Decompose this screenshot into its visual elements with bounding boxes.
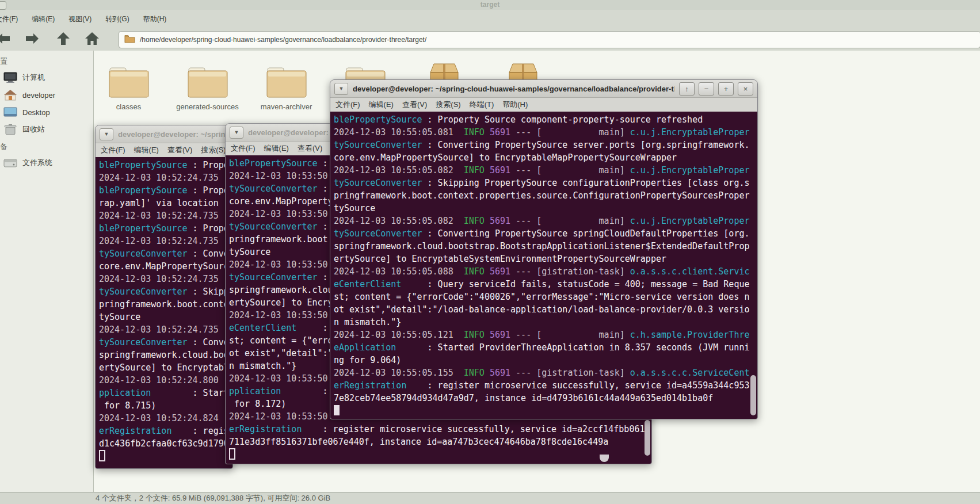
sidebar-item-trash[interactable]: 回收站 — [0, 121, 93, 138]
sidebar-item-label: 回收站 — [22, 124, 45, 135]
folder-icon — [185, 59, 230, 99]
terminal-line: n mismatch."} — [334, 316, 754, 329]
terminal-window-front[interactable]: ▼ developer@developer: ~/spring-cloud-hu… — [330, 79, 758, 419]
computer-icon — [3, 72, 17, 84]
sidebar-devices-header: 设备 — [0, 142, 86, 152]
chevron-down-icon[interactable]: ▼ — [230, 127, 243, 139]
terminal-line: pringframework.boot.conte — [99, 298, 229, 311]
status-bar: 4 个文件夹，2 个文件: 65.9 MiB (69,091,388 字节), … — [0, 492, 980, 504]
terminal-line: blePropertySource : Prope — [99, 159, 229, 171]
sidebar-places-header: 位置 — [0, 56, 86, 67]
terminal-line: 711e3d3ff8516371bfe067e440f, instance id… — [229, 436, 648, 448]
terminal-line: rap.yaml]' via location ' — [99, 197, 229, 209]
terminal-line: eCenterClient : Query serviceId fails, s… — [334, 278, 754, 291]
home-button[interactable] — [84, 32, 100, 48]
terminal-line: 2024-12-03 10:52:24.824 — [99, 412, 229, 425]
terminal-line: ot exist","detail":"/load-balance-applic… — [334, 303, 754, 316]
terminal-line: for 8.715) — [99, 399, 229, 412]
terminal-line: 2024-12-03 10:55:05.088 INFO 5691 --- [g… — [334, 265, 754, 278]
maximize-button[interactable]: + — [718, 82, 734, 96]
terminal-line: tySourceConverter : Conve — [99, 336, 229, 349]
minimize-button[interactable]: − — [699, 82, 714, 96]
menu-item[interactable]: 编辑(E) — [134, 145, 159, 155]
menu-item[interactable]: 查看(V) — [402, 100, 427, 110]
terminal-line: 2024-12-03 10:55:05.082 INFO 5691 --- [ … — [334, 215, 754, 227]
home-icon — [3, 89, 17, 101]
sidebar-item-desktop[interactable]: Desktop — [0, 104, 93, 121]
terminal-titlebar[interactable]: ▼ developer@developer: ~/spring- — [96, 125, 232, 143]
terminal-output[interactable]: blePropertySource : Prope2024-12-03 10:5… — [96, 157, 232, 468]
menu-item[interactable]: 编辑(E) — [369, 100, 394, 110]
menu-item[interactable]: 查看(V) — [167, 145, 192, 155]
scrollbar-thumb[interactable] — [645, 420, 650, 456]
terminal-line: d1c436fb2cfaa0cf63c9d1790 — [99, 437, 229, 450]
menu-item[interactable]: 编辑(E) — [29, 13, 57, 25]
terminal-line: core.env.MapPropertySourc — [99, 260, 229, 273]
menu-item[interactable]: 编辑(E) — [264, 143, 289, 154]
terminal-line: 2024-12-03 10:55:05.081 INFO 5691 --- [ … — [334, 126, 754, 139]
terminal-cursor — [229, 448, 235, 460]
address-bar[interactable]: /home/developer/spring-cloud-huawei-samp… — [119, 31, 980, 48]
up-button[interactable] — [55, 32, 71, 48]
folder-item-classes[interactable]: classes — [89, 59, 168, 111]
terminal-window-back[interactable]: ▼ developer@developer: ~/spring- 文件(F)编辑… — [95, 125, 233, 469]
file-manager-titlebar[interactable]: target — [0, 0, 980, 10]
menu-item[interactable]: 文件(F) — [231, 143, 256, 154]
terminal-menubar: 文件(F)编辑(E)查看(V)搜索(S)终端(T)帮助(H) — [330, 98, 757, 112]
terminal-line: erRegistration : regis — [99, 425, 229, 437]
file-manager-menubar: 文件(F)编辑(E)视图(V)转到(G)帮助(H) — [0, 10, 980, 29]
terminal-output[interactable]: blePropertySource : Property Source comp… — [330, 112, 757, 419]
back-button[interactable] — [0, 32, 12, 48]
terminal-line: 2024-12-03 10:52:24.735 — [99, 209, 229, 222]
home-icon — [85, 31, 100, 48]
terminal-title: developer@developer: ~/spring-cloud-huaw… — [353, 85, 674, 93]
terminal-cursor — [99, 450, 105, 461]
chevron-down-icon[interactable]: ▼ — [100, 128, 113, 140]
menu-item[interactable]: 帮助(H) — [141, 13, 169, 25]
forward-button[interactable] — [24, 32, 40, 48]
address-path: /home/developer/spring-cloud-huawei-samp… — [140, 36, 426, 44]
menu-item[interactable]: 终端(T) — [470, 100, 494, 110]
close-button[interactable]: × — [738, 82, 753, 96]
window-title: target — [0, 1, 980, 9]
menu-item[interactable]: 帮助(H) — [502, 100, 528, 110]
chevron-down-icon[interactable]: ▼ — [334, 83, 348, 95]
terminal-line: pplication : Start — [99, 387, 229, 399]
menu-item[interactable]: 搜索(S) — [436, 100, 460, 110]
sidebar-item-filesystem[interactable]: 文件系统 — [0, 154, 93, 171]
menu-item[interactable]: 文件(F) — [335, 100, 360, 110]
terminal-line: 2024-12-03 10:52:24.735 — [99, 235, 229, 247]
menu-item[interactable]: 文件(F) — [0, 13, 20, 25]
terminal-line: ertySource] to EncryptableSystemEnvironm… — [334, 253, 754, 265]
terminal-line: 7e82ceb74ee58794d934d47a9d7, instance id… — [334, 392, 754, 404]
menu-item[interactable]: 视图(V) — [66, 13, 94, 25]
trash-icon — [3, 124, 17, 136]
file-manager-toolbar: /home/developer/spring-cloud-huawei-samp… — [0, 29, 980, 51]
terminal-line: tySourceConverter : Converting PropertyS… — [334, 227, 754, 240]
folder-icon — [264, 59, 309, 99]
terminal-line: tySourceConverter : Skipp — [99, 285, 229, 298]
sidebar-item-home[interactable]: developer — [0, 86, 93, 104]
menu-item[interactable]: 搜索(S) — [201, 145, 226, 155]
terminal-line: 2024-12-03 10:52:24.800 — [99, 374, 229, 387]
folder-label: generated-sources — [176, 102, 238, 111]
sidebar-item-computer[interactable]: 计算机 — [0, 69, 93, 86]
terminal-line: blePropertySource : Prope — [99, 184, 229, 197]
sidebar-item-label: developer — [22, 91, 55, 100]
scrollbar-thumb[interactable] — [750, 375, 756, 415]
sidebar-item-label: 文件系统 — [22, 158, 52, 168]
terminal-line: 2024-12-03 10:52:24.735 — [99, 171, 229, 184]
folder-item-generated-sources[interactable]: generated-sources — [168, 59, 247, 111]
terminal-line: st; content = {"errorCode":"400026","err… — [334, 291, 754, 303]
folder-icon — [106, 59, 151, 99]
terminal-line: eApplication : Started ProviderThreeAppl… — [334, 341, 754, 354]
terminal-titlebar[interactable]: ▼ developer@developer: ~/spring-cloud-hu… — [330, 80, 757, 98]
menu-item[interactable]: 文件(F) — [101, 145, 125, 155]
rollup-button[interactable]: ↑ — [679, 82, 695, 96]
terminal-line: blePropertySource : Property Source comp… — [334, 113, 754, 126]
terminal-line: ertySource] to Encryptabl — [99, 361, 229, 374]
window-controls: ↑−+× — [679, 82, 753, 96]
menu-item[interactable]: 查看(V) — [298, 143, 322, 154]
menu-item[interactable]: 转到(G) — [103, 13, 131, 25]
folder-item-maven-archiver[interactable]: maven-archiver — [247, 59, 326, 111]
